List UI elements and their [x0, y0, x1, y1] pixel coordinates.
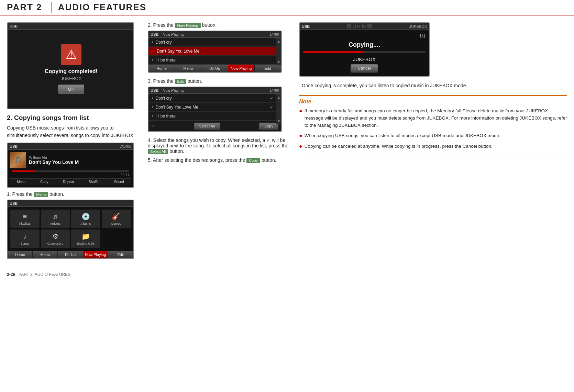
list1-usb: USB [151, 32, 158, 36]
page-footer: 2-26 PART 2. AUDIO FEATURES [0, 270, 574, 279]
edit-list-item: ♪ Don't cry ✓ [148, 94, 276, 103]
nowplaying-btn-list1[interactable]: Now Playing [228, 65, 255, 72]
note-text-3: Copying can be canceled at anytime. Whil… [305, 143, 493, 150]
check-2: ✓ [270, 104, 274, 110]
screen2-counter: 2/1406 [120, 144, 131, 148]
artistes-label: Artistes [50, 222, 60, 225]
menu-composers[interactable]: ⚙ Composers [41, 229, 70, 248]
scroll-up-edit-icon[interactable]: ▲ [277, 96, 280, 99]
copy-btn-big[interactable]: Copy [40, 180, 48, 184]
edit-song-2-title: Don't Say You Love Me [156, 105, 198, 110]
bullet-1: ● [299, 108, 302, 115]
header-divider: │ [49, 2, 55, 13]
dirup-btn-menu[interactable]: Dir Up [58, 251, 83, 258]
song-title: Don't Say You Love M [29, 159, 79, 165]
menu-btn-list1[interactable]: Menu [175, 65, 201, 72]
screen2-usb: USB [10, 144, 18, 148]
screen2-footer: Menu Copy Repeat Shuffle Sound [10, 178, 131, 185]
explore-usb-icon: 📁 [81, 232, 90, 240]
note-item-2: ● When copying USB songs, you can listen… [299, 132, 567, 139]
copy-button[interactable]: Copy [259, 123, 278, 130]
list2-header-count: 1/469 [269, 88, 279, 92]
screen1-topbar: USB [8, 23, 133, 30]
shuffle-btn-big[interactable]: Shuffle [89, 180, 99, 184]
menu-genres[interactable]: 🎸 Genres [102, 210, 131, 228]
back-button-edit[interactable]: ↩ [151, 123, 155, 130]
check-1: ✓ [270, 96, 274, 101]
home-btn-menu[interactable]: Home [8, 251, 33, 258]
copy-complete-text: Copying completed! [45, 68, 98, 75]
cancel-copy-button[interactable]: Cancel [351, 64, 378, 72]
edit-btn-list1[interactable]: Edit [255, 65, 281, 72]
edit-btn-menu[interactable]: Edit [108, 251, 133, 258]
menu-albums[interactable]: 💿 Albums [71, 210, 100, 228]
section-heading: 2. Copying songs from list [7, 114, 141, 122]
note-icon-1: ♪ [151, 40, 154, 45]
list2-topbar: USB Now Playing 1/469 [148, 87, 281, 94]
screen4-jukebox-top: ⬛ ♪♪♪♪ ♫♪ ⬛ [347, 24, 372, 29]
list1-body: ♪ Don't cry ▶ Don't Say You Love Me ♪ I'… [148, 38, 281, 65]
song-1-title: Don't cry [156, 40, 172, 45]
mid-column: 2. Press the Now Playing button. USB Now… [144, 22, 292, 263]
menu-explore-usb[interactable]: 📁 Explore USB [71, 229, 100, 248]
dirup-btn-list1[interactable]: Dir Up [201, 65, 228, 72]
copy-fraction: 1/1 [419, 33, 426, 38]
repeat-btn-big[interactable]: Repeat [63, 180, 74, 184]
menu-btn-big[interactable]: Menu [17, 180, 25, 184]
genres-label: Genres [111, 222, 121, 225]
scroll-up-icon[interactable]: ▲ [277, 40, 280, 43]
left-column: USB ⚠ Copying completed! JUKEBOX OK 2. C… [7, 22, 144, 263]
step3-text: 3. Press the Edit button. [148, 78, 289, 84]
note-icon-2: ♪ [151, 57, 154, 63]
screen-menu: USB ≡ Playlists ♬ Artistes 💿 Albums [7, 200, 134, 259]
screen1-ok-button[interactable]: OK [58, 85, 85, 94]
scrollbar[interactable]: ▲ ▼ [276, 38, 281, 65]
menu-btn-menu[interactable]: Menu [33, 251, 58, 258]
note-item-3: ● Copying can be canceled at anytime. Wh… [299, 143, 567, 150]
edit-list-item: ♪ I'll be there [148, 112, 276, 121]
warning-icon: ⚠ [61, 44, 81, 65]
list2-usb: USB [151, 88, 158, 92]
copy-progress-bar [303, 51, 426, 53]
screen4-body: 1/1 Copying.... JUKEBOX Cancel [300, 30, 429, 76]
back-icon: ↩ [151, 124, 155, 128]
progress-bar [12, 170, 129, 172]
nowplaying-btn-menu[interactable]: Now Playing [83, 251, 108, 258]
screen4-topbar: USB ⬛ ♪♪♪♪ ♫♪ ⬛ JUKEBOX [300, 23, 429, 30]
menu-playlists[interactable]: ≡ Playlists [10, 210, 40, 228]
scrollbar-edit[interactable]: ▲ ▼ [276, 94, 281, 124]
page-header: PART 2 │ AUDIO FEATURES [0, 0, 574, 15]
menu-songs[interactable]: ♪ Songs [10, 229, 40, 248]
playlists-icon: ≡ [23, 213, 27, 221]
song-3-title: I'll be there [156, 58, 176, 63]
scroll-down-icon[interactable]: ▼ [277, 60, 280, 64]
screen3-footer: Home Menu Dir Up Now Playing Edit [8, 251, 133, 258]
sound-btn-big[interactable]: Sound [114, 180, 124, 184]
screen-copying: USB ⬛ ♪♪♪♪ ♫♪ ⬛ JUKEBOX 1/1 Copying.... … [299, 22, 430, 77]
header-title: AUDIO FEATURES [58, 2, 146, 13]
play-time: 00:11 [12, 173, 129, 177]
list1-topbar: USB Now Playing 1/469 [148, 31, 281, 38]
screen3-topbar: USB [8, 200, 133, 207]
menu-artistes[interactable]: ♬ Artistes [41, 210, 70, 228]
menu-button-label: Menu [34, 192, 48, 197]
screen2-body: 🎵 William Ha Don't Say You Love M 00:11 … [8, 150, 133, 187]
edit-song-1-title: Don't cry [156, 96, 172, 101]
home-btn-list1[interactable]: Home [148, 65, 175, 72]
explore-usb-label: Explore USB [77, 242, 95, 245]
artistes-icon: ♬ [53, 213, 58, 221]
song-info: William Ha Don't Say You Love M [29, 155, 79, 165]
album-art: 🎵 [10, 152, 26, 168]
screen4-usb: USB [302, 24, 310, 29]
edit-note-icon-1: ♪ [151, 96, 154, 101]
bullet-2: ● [299, 132, 302, 139]
edit-button-label: Edit [175, 79, 186, 84]
select-all-button[interactable]: Select All [194, 123, 220, 130]
list1-header-count: 1/469 [269, 32, 279, 36]
screen3-usb: USB [10, 201, 18, 205]
screen4-jukebox-label-top: JUKEBOX [409, 24, 427, 29]
scroll-down-edit-icon[interactable]: ▼ [277, 119, 280, 123]
right-column: USB ⬛ ♪♪♪♪ ♫♪ ⬛ JUKEBOX 1/1 Copying.... … [292, 22, 567, 263]
once-copying-text: . Once copying is complete, you can list… [299, 82, 567, 90]
select-all-area: ↩ Select All Copy [148, 121, 281, 131]
